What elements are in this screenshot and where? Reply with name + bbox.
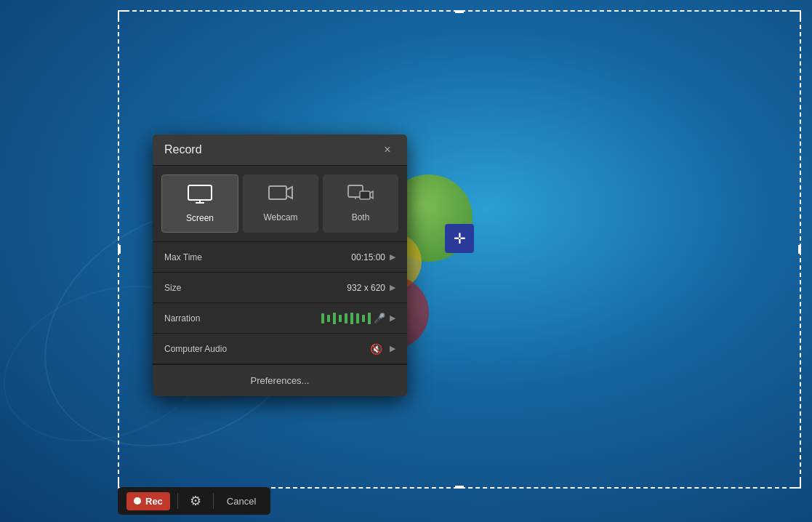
rec-button[interactable]: Rec (126, 492, 170, 510)
audio-muted-icon: 🔇 (370, 343, 382, 355)
bar-seg-9 (368, 313, 371, 324)
computer-audio-label: Computer Audio (164, 344, 244, 354)
mode-button-webcam[interactable]: Webcam (243, 174, 318, 233)
both-label: Both (352, 212, 370, 222)
svg-rect-0 (188, 185, 212, 200)
narration-row[interactable]: Narration 🎤 ▶ (153, 303, 407, 334)
max-time-label: Max Time (164, 252, 244, 262)
bar-seg-7 (356, 313, 359, 324)
computer-audio-row[interactable]: Computer Audio 🔇 ▶ (153, 334, 407, 364)
bar-seg-1 (321, 313, 324, 324)
dialog-titlebar: Record × (153, 134, 407, 166)
narration-label: Narration (164, 313, 244, 324)
bar-seg-3 (333, 313, 336, 324)
size-row[interactable]: Size 932 x 620 ▶ (153, 273, 407, 303)
bar-seg-6 (350, 313, 353, 324)
max-time-row[interactable]: Max Time 00:15:00 ▶ (153, 242, 407, 273)
close-button[interactable]: × (379, 142, 395, 158)
rec-dot (134, 497, 141, 505)
mode-buttons-container: Screen Webcam B (153, 166, 407, 241)
mode-button-both[interactable]: Both (323, 174, 398, 233)
cancel-button[interactable]: Cancel (221, 493, 262, 510)
bar-seg-8 (362, 315, 365, 322)
computer-audio-arrow: ▶ (390, 344, 395, 353)
webcam-icon (268, 183, 294, 206)
svg-marker-10 (370, 191, 373, 198)
size-label: Size (164, 283, 244, 293)
bar-seg-4 (339, 315, 342, 322)
toolbar-divider-2 (213, 493, 214, 509)
microphone-icon: 🎤 (374, 313, 385, 324)
dialog-title: Record (164, 143, 202, 156)
svg-rect-9 (360, 191, 370, 199)
narration-arrow: ▶ (390, 313, 395, 323)
record-dialog: Record × Screen (153, 134, 407, 396)
svg-rect-4 (269, 186, 286, 199)
max-time-value: 00:15:00 (244, 252, 390, 262)
bottom-toolbar: Rec ⚙ Cancel (118, 487, 270, 515)
toolbar-divider-1 (177, 493, 178, 509)
settings-section: Max Time 00:15:00 ▶ Size 932 x 620 ▶ Nar… (153, 241, 407, 364)
size-arrow: ▶ (390, 283, 395, 292)
screen-label: Screen (186, 213, 214, 223)
mode-button-screen[interactable]: Screen (161, 174, 238, 233)
both-icon (347, 183, 374, 206)
size-value: 932 x 620 (244, 283, 390, 293)
toolbar-settings-button[interactable]: ⚙ (185, 491, 206, 510)
bar-seg-5 (345, 313, 347, 324)
bar-seg-2 (327, 315, 330, 322)
narration-level-bar: 🎤 (244, 313, 390, 324)
webcam-label: Webcam (263, 212, 297, 222)
rec-label: Rec (145, 496, 163, 507)
preferences-button[interactable]: Preferences... (153, 364, 407, 396)
screen-icon (187, 184, 213, 207)
max-time-arrow: ▶ (390, 252, 395, 262)
move-cursor-icon[interactable]: ✛ (445, 224, 474, 253)
svg-marker-5 (286, 187, 292, 198)
